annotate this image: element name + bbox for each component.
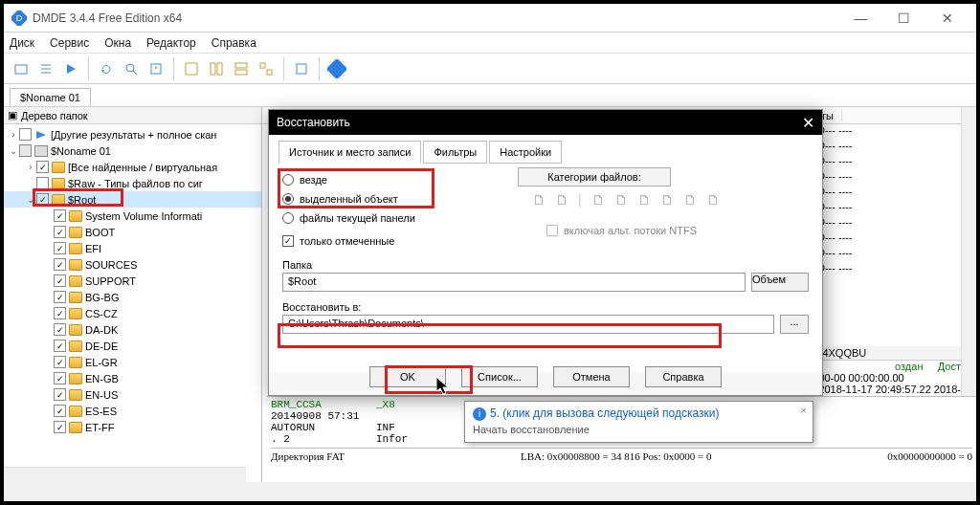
- browse-button[interactable]: ...: [780, 315, 809, 334]
- tool-refresh-icon[interactable]: [95, 57, 118, 80]
- radio-current-panel[interactable]: файлы текущей панели: [282, 209, 809, 227]
- folder-label: Папка: [282, 259, 809, 271]
- svg-rect-12: [186, 63, 197, 75]
- tooltip-close-icon[interactable]: ×: [801, 405, 807, 416]
- ok-button[interactable]: OK: [369, 366, 446, 387]
- tab-noname[interactable]: $Noname 01: [10, 88, 91, 106]
- dlg-tab-filters[interactable]: Фильтры: [423, 141, 487, 164]
- menu-windows[interactable]: Окна: [104, 36, 131, 50]
- mouse-cursor-icon: [436, 377, 452, 400]
- dest-label: Восстановить в:: [282, 301, 809, 313]
- sidebar-hscroll[interactable]: [4, 467, 246, 482]
- file-icon[interactable]: 🗋: [532, 192, 546, 208]
- tree-item[interactable]: EN-GB: [4, 370, 261, 386]
- svg-marker-21: [36, 131, 46, 139]
- attribute-list: D--- ----D--- ----D--- ----D--- ----D---…: [817, 124, 961, 277]
- tree-item[interactable]: SUPPORT: [4, 273, 261, 289]
- tabstrip: $Noname 01: [4, 84, 976, 107]
- file-icon[interactable]: 🗋: [555, 192, 568, 208]
- tree-item[interactable]: BG-BG: [4, 289, 261, 305]
- hint-tooltip[interactable]: × i5. (клик для вызова следующей подсказ…: [464, 401, 813, 443]
- tool-save-icon[interactable]: [290, 57, 313, 80]
- svg-point-8: [126, 64, 134, 72]
- file-detail: 4XQQBU оздан Дост 00-00 00:00:00.00 2018…: [818, 346, 961, 395]
- svg-marker-22: [436, 377, 448, 394]
- dlg-tab-source[interactable]: Источник и место записи: [278, 141, 421, 164]
- chk-marked-only[interactable]: только отмеченные: [282, 232, 809, 250]
- tree-item[interactable]: DA-DK: [4, 321, 261, 338]
- categories-button[interactable]: Категории файлов:: [518, 167, 671, 187]
- tool-disk-icon[interactable]: [10, 57, 33, 80]
- menu-help[interactable]: Справка: [212, 36, 256, 50]
- tree-item[interactable]: ES-ES: [4, 403, 261, 419]
- tree-item[interactable]: ET-FF: [4, 419, 261, 435]
- tree-item[interactable]: EN-US: [4, 386, 261, 403]
- maximize-button[interactable]: ☐: [882, 5, 925, 32]
- list-button[interactable]: Список...: [461, 366, 538, 387]
- svg-line-9: [133, 71, 137, 75]
- info-icon: i: [473, 407, 486, 421]
- close-button[interactable]: ✕: [925, 5, 969, 32]
- menu-disk[interactable]: Диск: [10, 36, 34, 50]
- tree-item[interactable]: $Raw - Типы файлов по сиг: [4, 175, 261, 191]
- folder-tree[interactable]: ›[Другие результаты + полное скан⌄$Nonam…: [4, 124, 261, 482]
- svg-text:*: *: [154, 64, 158, 74]
- tool-grid4-icon[interactable]: [255, 57, 278, 80]
- tree-item[interactable]: DE-DE: [4, 338, 261, 354]
- tree-item[interactable]: ›[Все найденные / виртуальная: [4, 159, 261, 175]
- minimize-button[interactable]: —: [839, 5, 882, 32]
- tree-item[interactable]: System Volume Informati: [4, 208, 261, 224]
- file-icon[interactable]: 🗋: [706, 192, 720, 208]
- svg-rect-2: [15, 65, 27, 74]
- tree-item[interactable]: ⌄$Root: [4, 191, 261, 208]
- sidebar: ▣ Дерево папок ›[Другие результаты + пол…: [4, 107, 262, 482]
- tool-scan-icon[interactable]: *: [145, 57, 167, 80]
- tool-search-icon[interactable]: [120, 57, 143, 80]
- dialog-close-icon[interactable]: ✕: [802, 114, 814, 132]
- tree-item[interactable]: SOURCES: [4, 256, 261, 273]
- dlg-tab-settings[interactable]: Настройки: [489, 141, 562, 164]
- folder-input[interactable]: $Root: [282, 273, 746, 292]
- menu-editor[interactable]: Редактор: [146, 36, 196, 50]
- file-icon[interactable]: 🗋: [614, 192, 628, 208]
- chk-alt-streams[interactable]: включая альт. потоки NTFS: [546, 225, 697, 236]
- file-icon[interactable]: 🗋: [683, 192, 697, 208]
- svg-text:D: D: [16, 13, 23, 23]
- filetype-icons: 🗋🗋 | 🗋🗋 🗋🗋 🗋🗋: [532, 192, 720, 208]
- svg-rect-15: [235, 63, 247, 68]
- app-logo-icon: D: [11, 11, 27, 26]
- svg-rect-17: [260, 63, 265, 68]
- svg-marker-6: [67, 64, 76, 74]
- tree-item[interactable]: ›[Другие результаты + полное скан: [4, 126, 261, 143]
- file-icon[interactable]: 🗋: [660, 192, 674, 208]
- tree-toggle-icon[interactable]: ▣: [8, 109, 17, 121]
- help-button[interactable]: Справка: [645, 366, 722, 387]
- tree-item[interactable]: ⌄$Noname 01: [4, 143, 261, 159]
- file-icon[interactable]: 🗋: [637, 192, 651, 208]
- tool-grid3-icon[interactable]: [230, 57, 253, 80]
- svg-rect-20: [327, 59, 346, 78]
- svg-rect-19: [297, 64, 306, 74]
- cancel-button[interactable]: Отмена: [553, 366, 630, 387]
- tool-play-icon[interactable]: [59, 57, 82, 80]
- tree-item[interactable]: CS-CZ: [4, 305, 261, 321]
- tool-dmde-icon[interactable]: [325, 57, 348, 80]
- dialog-title: Восстановить: [277, 116, 350, 129]
- svg-rect-16: [235, 70, 247, 75]
- menu-service[interactable]: Сервис: [50, 36, 89, 50]
- file-icon[interactable]: 🗋: [591, 192, 605, 208]
- toolbar: *: [4, 54, 976, 84]
- tree-item[interactable]: EFI: [4, 240, 261, 256]
- window-title: DMDE 3.4.4 Free Edition x64: [33, 11, 839, 25]
- svg-rect-14: [217, 63, 222, 75]
- file-header: 4XQQBU: [818, 346, 961, 361]
- status-offset: 0x00000000000 = 0: [887, 450, 972, 462]
- volume-button[interactable]: Объем: [751, 273, 809, 292]
- dest-input[interactable]: C:\Users\Thrash\Documents\: [282, 315, 774, 334]
- status-dir: Директория FAT: [271, 450, 345, 462]
- tree-item[interactable]: BOOT: [4, 224, 261, 240]
- tool-grid1-icon[interactable]: [180, 57, 203, 80]
- tree-item[interactable]: EL-GR: [4, 354, 261, 370]
- tool-list-icon[interactable]: [34, 57, 57, 80]
- tool-grid2-icon[interactable]: [205, 57, 228, 80]
